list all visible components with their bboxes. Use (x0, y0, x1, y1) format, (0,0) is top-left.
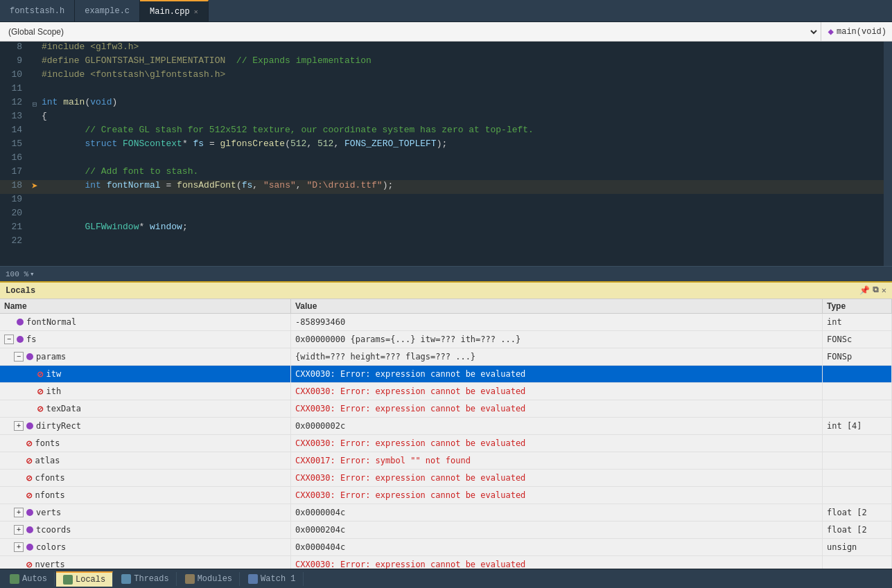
float-icon[interactable]: ⧉ (873, 285, 879, 296)
code-19[interactable] (42, 194, 884, 208)
tab-watch[interactable]: Watch 1 (241, 572, 303, 586)
code-21[interactable]: GLFWwindow* window; (42, 222, 884, 235)
code-8[interactable]: #include <glfw3.h> (42, 42, 884, 55)
watch-tab-icon (248, 574, 258, 584)
code-12[interactable]: int main(void) (42, 97, 884, 111)
tab-example[interactable]: example.c (75, 0, 140, 21)
close-panel-icon[interactable]: ✕ (882, 285, 886, 296)
code-row-11: 11 (0, 83, 884, 97)
cell-value: CXX0030: Error: expression cannot be eva… (291, 383, 823, 400)
tab-fontstash[interactable]: fontstash.h (0, 0, 75, 21)
cell-type: float [2 (823, 522, 892, 538)
gutter-11 (28, 83, 42, 97)
expand-icon[interactable]: + (14, 542, 24, 552)
bottom-tab-bar: Autos Locals Threads Modules Watch 1 (0, 569, 892, 588)
fold-icon-12[interactable]: ⊟ (33, 100, 37, 109)
tab-locals-label: Locals (76, 575, 105, 585)
scope-right: ◆ main(void) (823, 24, 892, 39)
table-row[interactable]: ⊘ nverts CXX0030: Error: expression cann… (0, 556, 892, 569)
table-row[interactable]: + tcoords 0x0000204c float [2 (0, 522, 892, 539)
table-header: Name Value Type (0, 299, 892, 314)
tab-label-fontstash: fontstash.h (10, 6, 64, 16)
cell-name: ⊘ cfonts (0, 470, 291, 486)
code-15[interactable]: struct FONScontext* fs = glfonsCreate(51… (42, 139, 884, 152)
cell-type (823, 487, 892, 504)
autos-tab-icon (10, 574, 19, 584)
cell-value: 0x0000204c (291, 522, 823, 538)
table-row[interactable]: ⊘ nfonts CXX0030: Error: expression cann… (0, 487, 892, 504)
gutter-22 (28, 235, 42, 249)
table-row[interactable]: ⊘ fonts CXX0030: Error: expression canno… (0, 435, 892, 452)
table-row[interactable]: + verts 0x0000004c float [2 (0, 504, 892, 522)
tab-autos[interactable]: Autos (3, 572, 55, 586)
table-row[interactable]: ⊘ ith CXX0030: Error: expression cannot … (0, 383, 892, 400)
cell-type: unsign (823, 539, 892, 555)
cell-type: FONSc (823, 331, 892, 348)
table-row[interactable]: − fs 0x00000000 {params={...} itw=??? it… (0, 331, 892, 348)
cell-name: ⊘ nverts (0, 556, 291, 569)
code-rows: 8 #include <glfw3.h> 9 #define GLFONTSTA… (0, 42, 884, 249)
line-num-11: 11 (0, 83, 28, 97)
table-row[interactable]: ⊘ itw CXX0030: Error: expression cannot … (0, 366, 892, 383)
table-row[interactable]: + colors 0x0000404c unsign (0, 539, 892, 556)
var-name: fontNormal (26, 315, 76, 329)
expand-icon[interactable]: + (14, 421, 24, 431)
editor-scrollbar[interactable] (884, 42, 892, 266)
gutter-9 (28, 55, 42, 69)
code-16[interactable] (42, 152, 884, 166)
tab-label-maincpp: Main.cpp (150, 7, 190, 17)
code-9[interactable]: #define GLFONTSTASH_IMPLEMENTATION // Ex… (42, 55, 884, 69)
scope-left-select[interactable]: (Global Scope) (0, 25, 819, 39)
code-18[interactable]: int fontNormal = fonsAddFont(fs, "sans",… (42, 180, 884, 194)
tab-locals[interactable]: Locals (56, 571, 113, 587)
code-row-13: 13 { (0, 111, 884, 125)
var-name: params (36, 350, 66, 364)
code-row-10: 10 #include <fontstash\glfontstash.h> (0, 69, 884, 83)
code-22[interactable] (42, 235, 884, 249)
variable-icon (17, 319, 24, 326)
tab-autos-label: Autos (22, 574, 47, 584)
zoom-dropdown-icon[interactable]: ▾ (30, 269, 35, 278)
var-name: dirtyRect (36, 419, 81, 433)
gutter-12: ⊟ (28, 97, 42, 111)
code-row-21: 21 GLFWwindow* window; (0, 222, 884, 235)
tab-maincpp[interactable]: Main.cpp ✕ (140, 0, 209, 21)
collapse-icon[interactable]: − (4, 335, 14, 344)
col-header-type: Type (823, 299, 892, 313)
collapse-icon[interactable]: − (14, 352, 24, 362)
table-row[interactable]: − params {width=??? height=??? flags=???… (0, 348, 892, 366)
table-row[interactable]: fontNormal -858993460 int (0, 314, 892, 331)
gutter-8 (28, 42, 42, 55)
cell-value: CXX0030: Error: expression cannot be eva… (291, 366, 823, 382)
tab-threads-label: Threads (134, 574, 168, 584)
table-row[interactable]: + dirtyRect 0x0000002c int [4] (0, 418, 892, 435)
code-11[interactable] (42, 83, 884, 97)
table-row[interactable]: ⊘ cfonts CXX0030: Error: expression cann… (0, 470, 892, 487)
cell-type (823, 556, 892, 569)
code-17[interactable]: // Add font to stash. (42, 166, 884, 180)
tab-bar: fontstash.h example.c Main.cpp ✕ (0, 0, 892, 22)
cell-name: ⊘ texData (0, 400, 291, 417)
cell-type (823, 383, 892, 400)
cell-type (823, 400, 892, 417)
close-icon[interactable]: ✕ (194, 8, 198, 16)
error-icon: ⊘ (26, 471, 32, 485)
variable-icon (26, 509, 33, 516)
code-13[interactable]: { (42, 111, 884, 125)
code-20[interactable] (42, 208, 884, 222)
gutter-17 (28, 166, 42, 180)
execution-arrow-icon: ➤ (31, 180, 38, 194)
line-num-17: 17 (0, 166, 28, 180)
table-row[interactable]: ⊘ atlas CXX0017: Error: symbol "" not fo… (0, 452, 892, 470)
code-14[interactable]: // Create GL stash for 512x512 texture, … (42, 125, 884, 139)
tab-modules[interactable]: Modules (178, 572, 240, 586)
tab-threads[interactable]: Threads (114, 572, 176, 586)
expand-icon[interactable]: + (14, 525, 24, 535)
var-name: tcoords (36, 523, 71, 537)
code-10[interactable]: #include <fontstash\glfontstash.h> (42, 69, 884, 83)
table-row[interactable]: ⊘ texData CXX0030: Error: expression can… (0, 400, 892, 418)
cell-name: + verts (0, 504, 291, 521)
line-num-22: 22 (0, 235, 28, 249)
pin-icon[interactable]: 📌 (859, 285, 870, 296)
expand-icon[interactable]: + (14, 508, 24, 517)
